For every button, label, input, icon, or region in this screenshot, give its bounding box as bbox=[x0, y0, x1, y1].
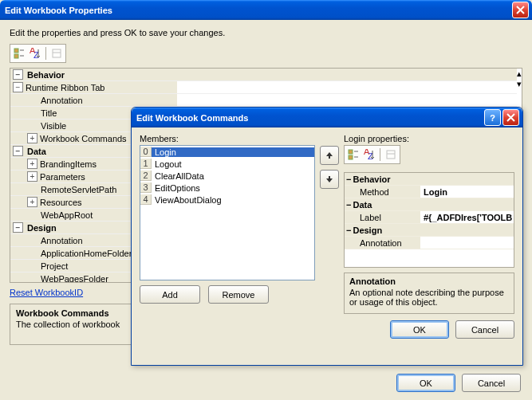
expand-icon[interactable]: + bbox=[27, 159, 37, 169]
add-button[interactable]: Add bbox=[140, 285, 200, 304]
svg-rect-0 bbox=[14, 49, 18, 53]
modal-categorized-button[interactable] bbox=[346, 147, 361, 162]
members-label: Members: bbox=[140, 134, 315, 143]
expand-icon[interactable]: + bbox=[27, 197, 37, 207]
collapse-icon[interactable]: − bbox=[13, 82, 23, 92]
remove-button[interactable]: Remove bbox=[208, 285, 269, 304]
move-up-button[interactable] bbox=[320, 146, 339, 165]
svg-rect-8 bbox=[349, 150, 353, 154]
scroll-down-icon[interactable]: ▾ bbox=[517, 79, 522, 89]
modal-titlebar: Edit Workbook Commands ? bbox=[132, 108, 522, 127]
svg-rect-14 bbox=[387, 151, 395, 159]
modal-cancel-button[interactable]: Cancel bbox=[455, 320, 514, 339]
modal-close-button[interactable] bbox=[502, 109, 519, 126]
prop-annotation[interactable]: Annotation bbox=[10, 94, 517, 107]
svg-rect-1 bbox=[14, 54, 18, 58]
category-behavior[interactable]: −Behavior bbox=[10, 69, 517, 81]
modal-category-data[interactable]: −Data bbox=[345, 198, 514, 211]
member-item-logout[interactable]: 1Logout bbox=[140, 158, 314, 170]
modal-ok-button[interactable]: OK bbox=[390, 320, 449, 339]
collapse-icon[interactable]: − bbox=[13, 146, 23, 156]
member-item-login[interactable]: 0Login bbox=[140, 146, 314, 158]
modal-help-button[interactable]: ? bbox=[484, 109, 501, 126]
collapse-icon[interactable]: − bbox=[13, 222, 23, 233]
svg-rect-6 bbox=[53, 49, 61, 57]
modal-body: Members: 0Login 1Logout 2ClearAllData 3E… bbox=[132, 127, 522, 365]
login-properties-label: Login properties: bbox=[344, 134, 514, 143]
outer-close-button[interactable] bbox=[512, 2, 529, 18]
reset-workbook-id-link[interactable]: Reset WorkbookID bbox=[10, 288, 83, 297]
outer-button-row: OK Cancel bbox=[396, 374, 521, 392]
edit-commands-dialog: Edit Workbook Commands ? Members: 0Login… bbox=[131, 107, 523, 366]
arrow-down-icon bbox=[325, 175, 333, 183]
outer-cancel-button[interactable]: Cancel bbox=[462, 374, 521, 392]
member-item-viewaboutdialog[interactable]: 4ViewAboutDialog bbox=[140, 194, 314, 206]
modal-prop-method[interactable]: MethodLogin bbox=[345, 186, 514, 198]
members-panel: Members: 0Login 1Logout 2ClearAllData 3E… bbox=[140, 134, 315, 314]
outer-titlebar: Edit Workbook Properties bbox=[0, 0, 532, 20]
modal-category-behavior[interactable]: −Behavior bbox=[345, 173, 514, 186]
modal-description-text: An optional note describing the purpose … bbox=[349, 288, 509, 307]
modal-title: Edit Workbook Commands bbox=[136, 113, 483, 123]
expand-icon[interactable]: + bbox=[27, 171, 37, 182]
outer-ok-button[interactable]: OK bbox=[396, 374, 455, 392]
categorized-button[interactable] bbox=[12, 46, 26, 61]
modal-button-row: OK Cancel bbox=[140, 320, 514, 339]
modal-category-design[interactable]: −Design bbox=[345, 224, 514, 237]
property-pages-button[interactable] bbox=[49, 46, 64, 61]
outer-title: Edit Workbook Properties bbox=[5, 6, 510, 15]
add-remove-row: Add Remove bbox=[140, 285, 315, 304]
modal-prop-annotation[interactable]: Annotation bbox=[345, 237, 514, 249]
modal-description-title: Annotation bbox=[349, 276, 509, 286]
arrow-up-icon bbox=[325, 151, 333, 159]
login-properties-panel: Login properties: AZ −Behavior Metho bbox=[344, 134, 514, 314]
login-property-grid[interactable]: −Behavior MethodLogin −Data Label#{_ADFD… bbox=[344, 172, 514, 268]
alphabetical-button[interactable]: AZ bbox=[28, 46, 42, 61]
modal-description-pane: Annotation An optional note describing t… bbox=[344, 273, 514, 314]
prop-runtime-ribbon-tab[interactable]: −Runtime Ribbon Tab bbox=[10, 81, 517, 94]
svg-rect-9 bbox=[349, 155, 353, 159]
modal-property-pages-button[interactable] bbox=[384, 147, 398, 162]
scroll-up-icon[interactable]: ▴ bbox=[517, 69, 522, 79]
expand-icon[interactable]: + bbox=[27, 133, 37, 143]
instruction-text: Edit the properties and press OK to save… bbox=[10, 28, 522, 37]
move-down-button[interactable] bbox=[320, 170, 339, 189]
propgrid-toolbar: AZ bbox=[10, 44, 66, 63]
modal-alphabetical-button[interactable]: AZ bbox=[362, 147, 376, 162]
modal-prop-label[interactable]: Label#{_ADFDIres['TOOLB bbox=[345, 211, 514, 224]
reorder-arrows bbox=[320, 146, 339, 314]
member-item-editoptions[interactable]: 3EditOptions bbox=[140, 182, 314, 194]
collapse-icon[interactable]: − bbox=[13, 69, 23, 80]
member-item-clearalldata[interactable]: 2ClearAllData bbox=[140, 170, 314, 182]
modal-propgrid-toolbar: AZ bbox=[344, 145, 400, 164]
members-listbox[interactable]: 0Login 1Logout 2ClearAllData 3EditOption… bbox=[140, 145, 315, 280]
